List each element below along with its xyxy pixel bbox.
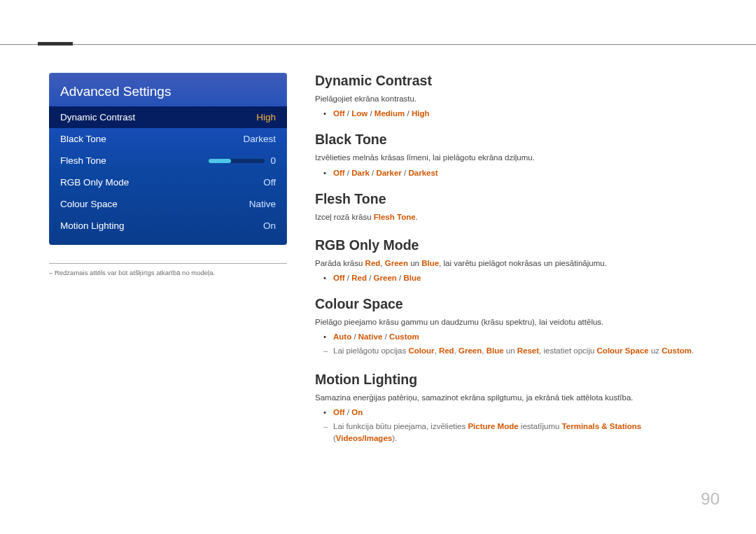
osd-row-value: Off [263,177,276,188]
osd-row-flesh-tone[interactable]: Flesh Tone 0 [49,150,287,171]
osd-slider[interactable] [209,159,265,163]
options-line: Off / On [315,408,707,416]
section-black-tone: Black Tone Izvēlieties melnās krāsas līm… [315,132,707,176]
osd-row-motion-lighting[interactable]: Motion Lighting On [49,215,287,237]
section-motion-lighting: Motion Lighting Samazina enerģijas patēr… [315,372,707,445]
section-note: Lai funkcija būtu pieejama, izvēlieties … [315,421,707,445]
left-footnote: Redzamais attēls var būt atšķirīgs atkar… [49,268,287,278]
section-desc: Izceļ rozā krāsu Flesh Tone. [315,211,707,223]
section-heading: Dynamic Contrast [315,73,707,89]
osd-row-value: High [256,112,276,122]
osd-panel: Advanced Settings Dynamic Contrast High … [49,73,287,245]
osd-title: Advanced Settings [49,80,287,106]
osd-row-dynamic-contrast[interactable]: Dynamic Contrast High [49,106,287,128]
section-colour-space: Colour Space Pielāgo pieejamo krāsu gamm… [315,296,707,358]
osd-row-label: Dynamic Contrast [60,112,135,122]
section-desc: Pielāgojiet ekrāna kontrastu. [315,93,707,105]
osd-row-label: Colour Space [60,199,118,209]
section-heading: RGB Only Mode [315,237,707,253]
options-line: Off / Dark / Darker / Darkest [315,169,707,177]
page-top-rule [0,44,756,45]
osd-row-black-tone[interactable]: Black Tone Darkest [49,128,287,150]
page-number: 90 [701,489,720,509]
osd-row-rgb-only-mode[interactable]: RGB Only Mode Off [49,171,287,193]
osd-row-label: Motion Lighting [60,220,125,231]
options-line: Off / Low / Medium / High [315,109,707,118]
options-line: Off / Red / Green / Blue [315,274,707,282]
page-top-accent [38,42,73,45]
section-heading: Colour Space [315,296,707,312]
section-desc: Samazina enerģijas patēriņu, samazinot e… [315,392,707,404]
section-desc: Parāda krāsu Red, Green un Blue, lai var… [315,258,707,269]
section-desc: Pielāgo pieejamo krāsu gammu un daudzumu… [315,316,707,328]
osd-row-colour-space[interactable]: Colour Space Native [49,193,287,215]
section-heading: Black Tone [315,132,707,148]
section-flesh-tone: Flesh Tone Izceļ rozā krāsu Flesh Tone. [315,191,707,223]
section-dynamic-contrast: Dynamic Contrast Pielāgojiet ekrāna kont… [315,73,707,118]
options-line: Auto / Native / Custom [315,332,707,341]
osd-row-value: 0 [270,155,276,166]
osd-row-value: Native [249,199,276,209]
osd-row-label: Black Tone [60,134,106,144]
osd-row-label: Flesh Tone [60,155,106,166]
section-heading: Motion Lighting [315,372,707,388]
section-note: Lai pielāgotu opcijas Colour, Red, Green… [315,345,707,357]
osd-row-value: Darkest [243,134,276,144]
section-rgb-only-mode: RGB Only Mode Parāda krāsu Red, Green un… [315,237,707,282]
section-heading: Flesh Tone [315,191,707,207]
left-footnote-rule [49,263,287,264]
section-desc: Izvēlieties melnās krāsas līmeni, lai pi… [315,152,707,164]
osd-row-value: On [263,220,276,231]
osd-row-label: RGB Only Mode [60,177,129,188]
